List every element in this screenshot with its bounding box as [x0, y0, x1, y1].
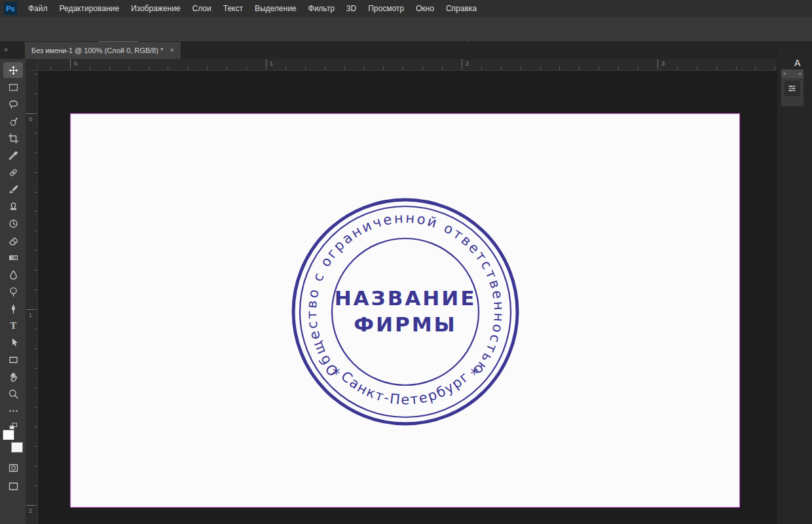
document-canvas[interactable]: Общество с ограниченной ответственностью…: [70, 113, 740, 508]
gradient-icon: [8, 252, 19, 263]
rectangle-shape-icon: [8, 354, 19, 365]
horizontal-ruler[interactable]: 0 1 2 3: [38, 59, 777, 71]
brush-icon: [8, 184, 19, 195]
selection-arrow-icon: [8, 337, 19, 348]
ruler-minor-ticks: [34, 71, 37, 524]
dodge-icon: [8, 286, 19, 297]
options-bar: ▾ Автовыбор: Слой ▾ Показать упр. элем.: [0, 17, 812, 42]
blur-drop-icon: [8, 269, 19, 280]
tool-type[interactable]: T: [3, 318, 23, 333]
photoshop-logo: Ps: [4, 2, 17, 15]
vertical-ruler[interactable]: 0 1 2: [26, 71, 38, 524]
menu-item-filter[interactable]: Фильтр: [303, 0, 341, 17]
round-stamp-artwork: Общество с ограниченной ответственностью…: [287, 194, 523, 430]
tools-panel: T: [0, 59, 26, 524]
tool-rectangular-marquee[interactable]: [3, 79, 23, 95]
collapsed-panel-button[interactable]: [784, 81, 800, 96]
properties-icon: [787, 83, 798, 94]
background-color-swatch[interactable]: [11, 442, 23, 453]
menu-item-type[interactable]: Текст: [217, 0, 249, 17]
tool-path-selection[interactable]: [3, 335, 23, 350]
document-tab-title: Без имени-1 @ 100% (Слой 0, RGB/8) *: [31, 47, 163, 54]
marquee-icon: [8, 82, 19, 93]
ruler-label: 0: [74, 60, 77, 67]
hand-icon: [8, 371, 19, 383]
tool-zoom[interactable]: [3, 386, 23, 402]
stamp-inner-ring: [332, 238, 479, 385]
panel-expand-icon[interactable]: »: [783, 71, 786, 77]
pen-icon: [8, 303, 19, 314]
magnifier-icon: [8, 388, 19, 400]
document-tab[interactable]: Без имени-1 @ 100% (Слой 0, RGB/8) * ×: [25, 42, 181, 59]
tool-gradient[interactable]: [3, 250, 23, 265]
tool-eraser[interactable]: [3, 233, 23, 248]
quick-mask-mode-button[interactable]: [3, 460, 23, 476]
ruler-origin-corner[interactable]: [26, 59, 38, 71]
tool-move[interactable]: [3, 62, 23, 78]
tool-quick-selection[interactable]: [3, 113, 23, 129]
tool-eyedropper[interactable]: [3, 147, 23, 163]
menu-item-file[interactable]: Файл: [22, 0, 54, 17]
screen-mode-icon: [8, 481, 19, 492]
ruler-label: 1: [270, 60, 273, 67]
ruler-label: 2: [466, 60, 469, 67]
stamp-outer-ring: [293, 200, 517, 424]
menu-item-view[interactable]: Просмотр: [362, 0, 410, 17]
lasso-icon: [8, 99, 19, 110]
menu-item-3d[interactable]: 3D: [341, 0, 362, 17]
menu-item-layers[interactable]: Слои: [187, 0, 217, 17]
tool-brush[interactable]: [3, 181, 23, 197]
close-tab-icon[interactable]: ×: [170, 46, 174, 55]
tool-lasso[interactable]: [3, 96, 23, 112]
photoshop-window: Ps Файл Редактирование Изображение Слои …: [0, 0, 812, 524]
eraser-icon: [8, 235, 19, 246]
tool-crop[interactable]: [3, 130, 23, 146]
tool-dodge[interactable]: [3, 284, 23, 299]
move-icon: [8, 65, 19, 76]
document-tab-bar: » Без имени-1 @ 100% (Слой 0, RGB/8) * ×…: [0, 42, 812, 59]
stamp-company-name-line2: ФИРМЫ: [354, 312, 456, 336]
menu-item-edit[interactable]: Редактирование: [54, 0, 125, 17]
right-panel-dock: A » ×: [777, 42, 812, 524]
stamp-company-name-line1: НАЗВАНИЕ: [335, 286, 477, 310]
collapsed-panel-group: » ×: [781, 69, 803, 106]
screen-mode-button[interactable]: [3, 478, 23, 494]
quick-mask-icon: [8, 462, 19, 474]
clone-stamp-icon: [8, 201, 19, 212]
menu-item-select[interactable]: Выделение: [249, 0, 303, 17]
type-tool-icon: T: [8, 320, 19, 331]
menu-item-help[interactable]: Справка: [440, 0, 483, 17]
tool-history-brush[interactable]: [3, 215, 23, 231]
tool-hand[interactable]: [3, 369, 23, 384]
ruler-label: 3: [661, 60, 665, 67]
collapsed-panel-tab[interactable]: A: [794, 58, 800, 68]
menu-item-image[interactable]: Изображение: [125, 0, 187, 17]
healing-brush-icon: [8, 167, 19, 178]
foreground-background-swatches[interactable]: [3, 430, 24, 453]
tools-panel-expand-icon[interactable]: »: [4, 45, 8, 53]
stamp-star-right: *: [471, 365, 479, 383]
ruler-label: 0: [29, 116, 32, 122]
quick-selection-icon: [8, 116, 19, 127]
tool-blur[interactable]: [3, 267, 23, 282]
svg-text:T: T: [10, 321, 16, 331]
eyedropper-icon: [8, 150, 19, 161]
menu-bar: Ps Файл Редактирование Изображение Слои …: [0, 0, 812, 17]
tool-pen[interactable]: [3, 301, 23, 316]
stamp-star-left: *: [333, 365, 341, 383]
stamp-city-text: Санкт-Петербург: [338, 368, 473, 407]
foreground-color-swatch[interactable]: [3, 430, 14, 440]
ruler-label: 1: [29, 312, 32, 318]
tool-spot-healing-brush[interactable]: [3, 164, 23, 180]
ruler-minor-ticks: [38, 67, 777, 70]
crop-icon: [8, 133, 19, 144]
history-brush-icon: [8, 218, 19, 229]
canvas-viewport: Общество с ограниченной ответственностью…: [38, 71, 777, 524]
menu-item-window[interactable]: Окно: [410, 0, 440, 17]
ruler-label: 2: [29, 508, 32, 514]
tool-rectangle[interactable]: [3, 352, 23, 367]
tool-clone-stamp[interactable]: [3, 198, 23, 214]
panel-close-icon[interactable]: ×: [798, 71, 802, 77]
edit-toolbar-button[interactable]: [3, 403, 23, 419]
ellipsis-icon: [8, 405, 19, 417]
